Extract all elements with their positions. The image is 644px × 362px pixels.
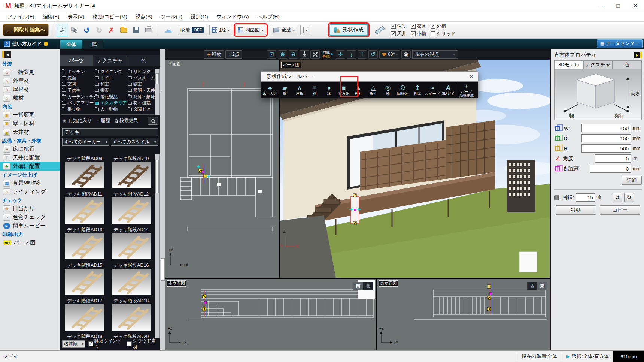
grid-scale-dropdown[interactable]: 1/2 ▾ <box>209 25 232 35</box>
category-checkbox[interactable]: 和室 <box>95 81 128 87</box>
menu-item[interactable]: 設定(O) <box>186 13 212 20</box>
shape-tool-button[interactable]: △ 角柱 <box>366 82 380 98</box>
panel-expand-button[interactable]: ▶ <box>634 52 642 58</box>
tab-color[interactable]: 色 <box>613 60 642 69</box>
rotate-cw-button[interactable]: ↻ <box>624 193 634 202</box>
layer-checkbox[interactable]: 外構 <box>431 23 456 30</box>
search-results-button[interactable]: 検索結果 <box>115 118 138 124</box>
part-thumbnail[interactable]: デッキ階段AD13 <box>62 225 107 261</box>
layer-checkbox[interactable]: グリッド <box>431 31 456 37</box>
close-button[interactable]: × <box>627 0 644 12</box>
toggle-north[interactable]: 北 <box>363 282 373 290</box>
snapshot-button[interactable]: ◉ <box>401 50 411 59</box>
four-view-dropdown[interactable]: 四面図 ▾ <box>235 25 266 35</box>
redo-button[interactable]: ↻ <box>93 24 105 36</box>
walkthrough-button[interactable] <box>300 50 309 59</box>
search-input[interactable]: デッキ <box>62 128 158 136</box>
sidebar-item-lighting[interactable]: ☼ライティング <box>0 187 60 196</box>
south-elevation-view[interactable]: 南立面図 南 北 <box>165 279 376 350</box>
panel-splitter[interactable] <box>160 49 165 350</box>
zoom-out-button[interactable]: ⊖ <box>289 50 298 59</box>
category-checkbox[interactable]: 人・動物 <box>95 106 128 112</box>
shape-create-button[interactable]: 形状作成 <box>329 24 368 36</box>
usage-guide-button[interactable]: ? 使い方ガイド <box>0 39 60 49</box>
shape-tool-button[interactable]: ◎ 輪 <box>381 82 395 98</box>
dialog-close-button[interactable]: × <box>467 72 476 81</box>
category-checkbox[interactable]: トイレ <box>95 75 128 81</box>
save-button[interactable] <box>130 24 142 36</box>
move-button[interactable]: 移動 <box>556 205 596 215</box>
shape-tool-button[interactable]: ■ 直方体 <box>336 82 351 98</box>
sidebar-item-place-ceiling[interactable]: ⊤天井に配置 <box>0 153 60 162</box>
snap-toggle-button[interactable]: 吸着 OFF <box>178 25 206 35</box>
category-checkbox[interactable]: カーテン・ラグ <box>62 94 95 100</box>
category-checkbox[interactable]: 電化製品 <box>95 94 128 100</box>
maximize-button[interactable]: □ <box>610 0 627 12</box>
category-checkbox[interactable]: ダイニング <box>95 69 128 75</box>
part-thumbnail[interactable]: デッキ階段AD16 <box>109 261 152 296</box>
category-scrollbar[interactable] <box>155 69 160 115</box>
detail-button[interactable]: 詳細 <box>622 176 642 185</box>
east-elevation-view[interactable]: 東立面図 西 東 <box>377 279 550 350</box>
shape-tool-button[interactable]: ↥ 押出 <box>410 82 425 98</box>
sidebar-item-perspective[interactable]: HQパース図 <box>0 238 60 247</box>
interior-exterior-toggle[interactable]: 内観外観 ▶ <box>322 50 333 58</box>
wall-display-dropdown[interactable]: 全壁 ▾ <box>271 25 297 35</box>
orbit-button[interactable]: ↺ <box>368 50 378 59</box>
tab-whole-building[interactable]: 全体 <box>60 40 82 49</box>
part-thumbnail[interactable]: デッキ階段AD18 <box>109 296 152 332</box>
tab-first-floor[interactable]: 1階 <box>83 40 103 49</box>
shape-tool-button[interactable]: Ω 回転体 <box>395 82 410 98</box>
sidebar-item-movie[interactable]: ▶簡単ムービー <box>0 221 60 230</box>
thumbnail-scrollbar[interactable] <box>155 154 160 338</box>
menu-item[interactable]: 編集(E) <box>39 13 64 20</box>
sidebar-item-colorvision[interactable]: ◑色覚チェック <box>0 213 60 221</box>
move-view-button[interactable]: ✛移動 <box>204 50 224 59</box>
width-input[interactable]: 150 <box>581 124 631 132</box>
shape-tool-button[interactable]: ≈ スイープ <box>425 82 440 98</box>
placement-height-input[interactable]: 0 <box>590 165 631 173</box>
sidebar-item-place-floor[interactable]: ≡床に配置 <box>0 145 60 153</box>
menu-item[interactable]: ツール(T) <box>157 13 186 20</box>
part-thumbnail[interactable]: デッキ階段AD20 <box>109 332 152 338</box>
layer-checkbox[interactable]: 天井 <box>391 31 406 37</box>
tab-texture[interactable]: テクスチャ <box>584 60 613 69</box>
category-checkbox[interactable]: 乗り物 <box>62 106 95 112</box>
delete-button[interactable]: ✗ <box>105 24 118 36</box>
shape-tool-button[interactable]: + パーツ 新規作成 <box>456 82 477 98</box>
sort-dropdown[interactable]: 名前順▾ <box>62 340 85 348</box>
part-thumbnail[interactable]: デッキ階段AD17 <box>62 296 107 332</box>
menu-item[interactable]: ファイル(F) <box>3 13 39 20</box>
sidebar-item-wall-floor[interactable]: ▣壁・床材 <box>0 119 60 128</box>
category-checkbox[interactable]: 書斎 <box>95 88 128 93</box>
elevation-down-button[interactable]: ↓ <box>347 50 356 59</box>
splitter-thumb[interactable] <box>161 258 165 281</box>
tab-parts[interactable]: パーツ <box>60 55 93 66</box>
cloud-material-checkbox[interactable]: クラウド素材 <box>127 338 158 350</box>
copy-button[interactable]: コピー <box>600 205 640 215</box>
layer-checkbox[interactable]: 住設 <box>391 23 406 30</box>
layer-checkbox[interactable]: 小物 <box>411 31 426 37</box>
roof-display-dropdown[interactable]: ▾ <box>300 25 310 35</box>
favorites-button[interactable]: ★お気に入り <box>62 118 92 124</box>
layer-checkbox[interactable]: 家具 <box>411 23 426 30</box>
measure-button[interactable] <box>373 24 386 36</box>
sidebar-collapse-button[interactable]: ◀ <box>2 51 57 58</box>
shape-tool-button[interactable]: ▰ 壁 <box>277 82 292 98</box>
shape-tool-button[interactable]: ∧ 屋根 <box>292 82 307 98</box>
back-to-floorplan-button[interactable]: ← 間取り編集へ <box>3 24 49 36</box>
menu-item[interactable]: ヘルプ(H) <box>253 13 284 20</box>
zoom-in-button[interactable]: ⊕ <box>278 50 287 59</box>
shape-tool-button[interactable]: A 3D文字 <box>440 82 456 98</box>
minimize-button[interactable]: ─ <box>592 0 610 12</box>
part-thumbnail[interactable]: デッキ階段AD14 <box>109 225 152 261</box>
style-filter-dropdown[interactable]: すべてのスタイル▾ <box>111 138 158 146</box>
category-checkbox[interactable]: 洗面 <box>62 75 95 81</box>
print-button[interactable] <box>142 24 155 36</box>
part-thumbnail[interactable]: デッキ階段AD19 <box>62 332 107 338</box>
tab-color[interactable]: 色 <box>127 55 160 66</box>
view-preset-dropdown[interactable]: 現在の視点 ▾ <box>412 50 458 59</box>
category-checkbox[interactable]: 子供室 <box>62 88 95 93</box>
rotate-input[interactable]: 15 <box>576 193 595 202</box>
menu-item[interactable]: ウィンドウ(A) <box>212 13 253 20</box>
